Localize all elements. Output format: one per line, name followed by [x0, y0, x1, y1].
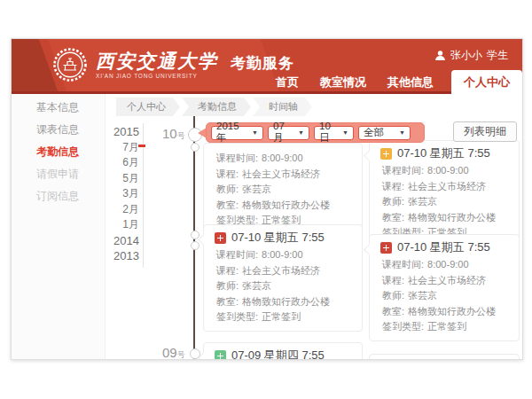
current-month-marker [138, 145, 145, 147]
card-tail [364, 244, 375, 255]
axis-month-5[interactable]: 5月 [97, 171, 139, 187]
user-info[interactable]: 张小小 学生 [434, 48, 508, 63]
card-tail [364, 150, 375, 161]
app-window: 西安交通大学 XI'AN JIAO TONG UNIVERSITY 考勤服务 张… [11, 38, 523, 360]
axis-month-7[interactable]: 7月 [97, 140, 139, 156]
timeline-node-dot [191, 231, 200, 239]
app-header: 西安交通大学 XI'AN JIAO TONG UNIVERSITY 考勤服务 张… [12, 39, 522, 94]
field-value: 格物致知行政办公楼 [242, 296, 330, 307]
card-tail [198, 234, 209, 246]
university-name-cn: 西安交通大学 [96, 51, 218, 72]
filter-bubble: 2015年▼ 07月▼ 10日▼ 全部▼ [206, 122, 425, 143]
nav-home[interactable]: 首页 [265, 71, 309, 94]
list-detail-button[interactable]: 列表明细 [453, 121, 517, 142]
caret-down-icon: ▼ [342, 129, 348, 136]
day-number: 09 [162, 345, 177, 360]
field-label: 课程: [216, 265, 239, 276]
field-value: 8:00-9:00 [262, 153, 302, 163]
attendance-card[interactable]: 07-10 星期五 7:55 课程时间:8:00-9:00 课程:社会主义市场经… [369, 234, 520, 341]
brand-text: 西安交通大学 XI'AN JIAO TONG UNIVERSITY [96, 51, 218, 79]
breadcrumb-attendance-info[interactable]: 考勤信息 [182, 98, 251, 116]
field-label: 教师: [216, 184, 239, 194]
field-label: 课程时间: [216, 249, 258, 260]
status-stamp-icon [380, 148, 392, 160]
status-stamp-icon [380, 242, 392, 254]
field-label: 课程时间: [216, 153, 258, 163]
sidebar-item-leave-request[interactable]: 请假申请 [12, 163, 105, 185]
timeline-node-dot [191, 143, 200, 152]
user-icon [434, 50, 446, 61]
field-value: 8:00-9:00 [427, 259, 468, 270]
university-logo-icon [52, 47, 88, 82]
sidebar-item-schedule-info[interactable]: 课表信息 [12, 119, 105, 141]
field-label: 教室: [216, 296, 239, 307]
scope-select[interactable]: 全部▼ [358, 126, 411, 140]
field-label: 课程: [382, 275, 404, 286]
field-label: 课程时间: [382, 259, 424, 270]
main-nav: 首页 教室情况 其他信息 个人中心 [265, 70, 522, 94]
sidebar-item-subscription-info[interactable]: 订阅信息 [12, 185, 105, 207]
timeline-node-day09[interactable] [190, 348, 200, 359]
field-label: 教师: [382, 290, 404, 301]
field-value: 社会主义市场经济 [408, 275, 486, 286]
axis-year-2014[interactable]: 2014 [97, 233, 139, 249]
nav-classrooms[interactable]: 教室情况 [309, 71, 377, 94]
field-value: 社会主义市场经济 [242, 168, 320, 179]
field-label: 签到类型: [216, 311, 258, 322]
day-unit: 号 [177, 350, 185, 359]
attendance-card[interactable]: 07-09 星期四 7:55 课程时间:8:00-9:00 [203, 342, 363, 360]
attendance-card[interactable]: 07-10 星期五 7:55 课程时间:8:00-9:00 课程:社会主义市场经… [369, 140, 520, 247]
axis-year-2015[interactable]: 2015 [97, 124, 139, 140]
axis-month-2[interactable]: 2月 [97, 202, 139, 218]
day-select-value: 10日 [319, 121, 339, 145]
field-label: 教室: [382, 306, 404, 317]
field-label: 教师: [382, 196, 404, 207]
day-select[interactable]: 10日▼ [314, 126, 354, 140]
field-value: 张芸京 [408, 196, 437, 207]
axis-year-2013[interactable]: 2013 [97, 248, 139, 264]
axis-month-3[interactable]: 3月 [97, 186, 139, 202]
user-name: 张小小 [450, 48, 482, 63]
axis-month-6[interactable]: 6月 [97, 155, 139, 171]
day-number: 10 [162, 126, 177, 141]
card-date: 07-09 星期四 7:55 [231, 348, 325, 360]
page-background: 西安交通大学 XI'AN JIAO TONG UNIVERSITY 考勤服务 张… [0, 0, 532, 399]
field-value: 8:00-9:00 [262, 249, 302, 260]
axis-month-1[interactable]: 1月 [97, 217, 139, 233]
breadcrumb-personal-center[interactable]: 个人中心 [116, 98, 180, 116]
nav-other-info[interactable]: 其他信息 [377, 71, 444, 94]
field-value: 正常签到 [427, 321, 466, 332]
sidebar-item-basic-info[interactable]: 基本信息 [12, 97, 105, 119]
day-label-10[interactable]: 10号 [162, 126, 185, 142]
breadcrumb-timeline[interactable]: 时间轴 [253, 98, 312, 116]
field-label: 签到类型: [382, 321, 424, 332]
sidebar-item-attendance-info[interactable]: 考勤信息 [12, 141, 105, 163]
nav-personal-center[interactable]: 个人中心 [451, 70, 522, 94]
field-value: 格物致知行政办公楼 [242, 200, 330, 210]
field-value: 格物致知行政办公楼 [408, 306, 496, 317]
attendance-card-selected[interactable]: 课程时间:8:00-9:00 课程:社会主义市场经济 教师:张芸京 教室:格物致… [203, 143, 363, 235]
field-value: 张芸京 [242, 184, 271, 194]
brand: 西安交通大学 XI'AN JIAO TONG UNIVERSITY 考勤服务 [52, 47, 294, 82]
user-role: 学生 [487, 48, 508, 63]
field-value: 社会主义市场经济 [408, 181, 486, 192]
attendance-card[interactable]: 07-10 星期五 7:55 课程时间:8:00-9:00 课程:社会主义市场经… [203, 224, 363, 332]
status-stamp-icon [215, 350, 226, 361]
scope-select-value: 全部 [364, 126, 384, 139]
field-label: 教室: [216, 200, 239, 210]
field-label: 课程: [216, 168, 239, 179]
field-label: 教师: [216, 280, 239, 291]
day-label-09[interactable]: 09号 [162, 345, 185, 360]
field-value: 正常签到 [262, 311, 301, 322]
caret-down-icon: ▼ [298, 129, 304, 136]
field-value: 张芸京 [242, 280, 271, 291]
card-date: 07-10 星期五 7:55 [231, 230, 325, 246]
year-select[interactable]: 2015年▼ [211, 126, 263, 140]
month-select-value: 07月 [273, 121, 294, 145]
card-date: 07-10 星期五 7:55 [397, 239, 490, 255]
caret-down-icon: ▼ [399, 129, 405, 136]
month-select[interactable]: 07月▼ [268, 126, 309, 140]
field-label: 课程: [382, 181, 404, 192]
sidebar: 基本信息 课表信息 考勤信息 请假申请 订阅信息 [12, 94, 106, 359]
field-label: 课程时间: [382, 165, 424, 176]
